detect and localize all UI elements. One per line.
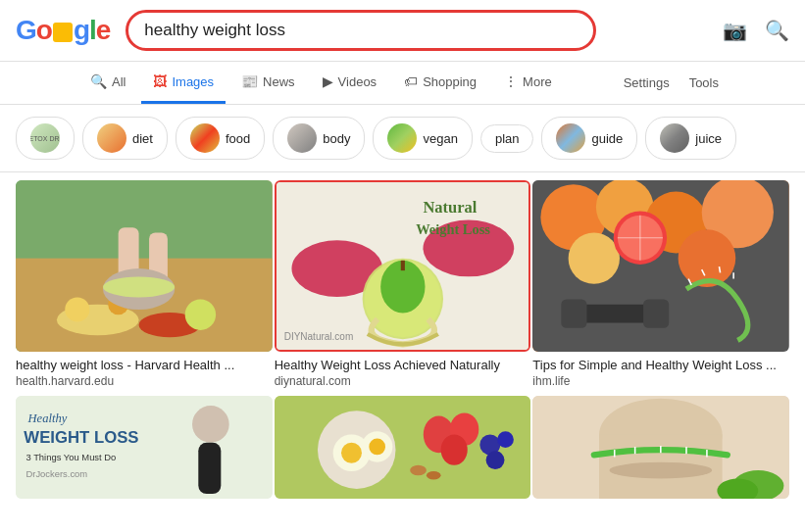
chip-img-guide <box>556 123 585 153</box>
svg-rect-17 <box>400 261 404 270</box>
search-icon[interactable]: 🔍 <box>765 19 789 42</box>
camera-icon[interactable]: 📷 <box>723 19 747 42</box>
image-grid-row2: Healthy WEIGHT LOSS 3 Things You Must Do… <box>0 396 805 507</box>
chip-img-juice <box>660 123 689 153</box>
chip-img-food <box>190 123 220 153</box>
more-icon: ⋮ <box>504 73 518 89</box>
img-source-2: diynatural.com <box>275 374 531 388</box>
chip-img-body <box>287 123 317 153</box>
svg-point-4 <box>65 297 89 321</box>
img-card-2[interactable]: Natural Weight Loss DIYNatural.com Healt… <box>275 180 531 388</box>
nav-tabs: 🔍 All 🖼 Images 📰 News ▶ Videos 🏷 Shoppin… <box>0 62 805 105</box>
svg-point-35 <box>192 406 229 443</box>
tools-tab[interactable]: Tools <box>681 64 727 102</box>
svg-point-10 <box>103 276 175 297</box>
svg-text:Natural: Natural <box>423 198 477 217</box>
svg-point-25 <box>569 232 620 283</box>
tab-shopping[interactable]: 🏷 Shopping <box>392 62 488 104</box>
svg-text:WEIGHT LOSS: WEIGHT LOSS <box>24 428 138 447</box>
img-caption-1: healthy weight loss - Harvard Health ... <box>16 352 273 374</box>
tab-more[interactable]: ⋮ More <box>492 62 564 104</box>
img-source-1: health.harvard.edu <box>16 374 273 388</box>
images-icon: 🖼 <box>153 73 167 89</box>
svg-point-58 <box>610 462 713 479</box>
chip-vegan[interactable]: vegan <box>373 117 472 160</box>
svg-point-6 <box>185 300 216 330</box>
img-card-4[interactable]: Healthy WEIGHT LOSS 3 Things You Must Do… <box>16 396 273 499</box>
search-bar[interactable] <box>126 10 596 51</box>
img-placeholder-4: Healthy WEIGHT LOSS 3 Things You Must Do… <box>16 396 273 499</box>
svg-text:DrJockers.com: DrJockers.com <box>25 468 87 479</box>
svg-point-52 <box>485 451 504 469</box>
tab-all[interactable]: 🔍 All <box>78 62 137 104</box>
diy-watermark: DIYNatural.com <box>284 331 354 342</box>
all-icon: 🔍 <box>90 73 107 89</box>
svg-point-46 <box>369 439 385 456</box>
tab-videos[interactable]: ▶ Videos <box>311 62 389 104</box>
svg-point-49 <box>440 434 467 464</box>
shopping-icon: 🏷 <box>404 73 418 89</box>
tab-news[interactable]: 📰 News <box>229 62 307 104</box>
chip-body[interactable]: body <box>273 117 365 160</box>
chip-plan[interactable]: plan <box>480 124 534 153</box>
img-card-1[interactable]: healthy weight loss - Harvard Health ...… <box>16 180 273 388</box>
tab-images[interactable]: 🖼 Images <box>141 62 226 104</box>
google-logo: Gogle <box>16 15 110 46</box>
svg-text:Weight Loss: Weight Loss <box>416 221 490 237</box>
img-card-6[interactable] <box>532 396 789 499</box>
chip-diet[interactable]: diet <box>82 117 168 160</box>
chip-juice[interactable]: juice <box>645 117 736 160</box>
news-icon: 📰 <box>241 73 258 89</box>
header: Gogle 📷 🔍 <box>0 0 805 62</box>
header-icons: 📷 🔍 <box>723 19 789 42</box>
img-placeholder-6 <box>532 396 789 499</box>
svg-rect-32 <box>562 300 587 328</box>
svg-rect-36 <box>198 443 221 494</box>
search-input[interactable] <box>144 21 578 40</box>
img-placeholder-2: Natural Weight Loss DIYNatural.com <box>275 180 531 352</box>
img-caption-2: Healthy Weight Loss Achieved Naturally <box>275 352 531 374</box>
img-placeholder-3 <box>532 180 789 352</box>
svg-point-54 <box>427 471 441 479</box>
svg-text:Healthy: Healthy <box>27 411 68 425</box>
settings-tab[interactable]: Settings <box>616 64 678 102</box>
svg-text:3 Things You Must Do: 3 Things You Must Do <box>25 452 116 462</box>
chip-detox[interactable]: ETOX DR. <box>16 117 75 160</box>
videos-icon: ▶ <box>323 73 333 89</box>
chip-img-diet <box>97 123 126 153</box>
img-placeholder-1 <box>16 180 273 352</box>
image-grid-row1: healthy weight loss - Harvard Health ...… <box>0 172 805 396</box>
chip-img-detox: ETOX DR. <box>30 123 60 153</box>
img-card-5[interactable] <box>275 396 531 499</box>
img-placeholder-5 <box>275 396 531 499</box>
svg-point-44 <box>341 443 362 463</box>
chip-img-vegan <box>387 123 417 153</box>
chip-food[interactable]: food <box>176 117 265 160</box>
chip-guide[interactable]: guide <box>541 117 637 160</box>
img-source-3: ihm.life <box>532 374 789 388</box>
svg-rect-33 <box>643 300 669 328</box>
filter-chips: ETOX DR. diet food body vegan plan guide… <box>0 105 805 172</box>
img-card-3[interactable]: Tips for Simple and Healthy Weight Loss … <box>532 180 789 388</box>
svg-point-51 <box>497 431 514 448</box>
img-caption-3: Tips for Simple and Healthy Weight Loss … <box>532 352 789 374</box>
svg-point-53 <box>410 465 427 475</box>
